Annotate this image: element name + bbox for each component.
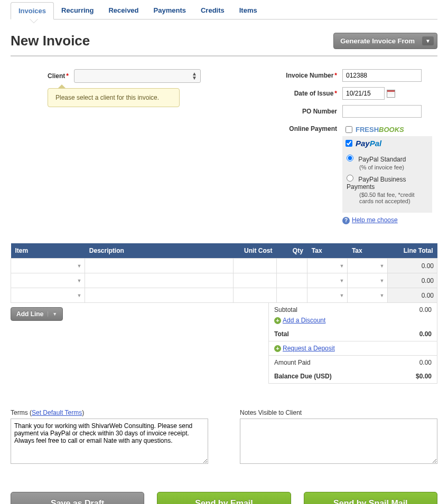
paypal-logo: PayPal <box>356 139 381 148</box>
chevron-down-icon: ▼ <box>379 293 384 298</box>
line-items-table: Item Description Unit Cost Qty Tax Tax L… <box>11 243 437 303</box>
invoice-number-input[interactable] <box>342 69 422 82</box>
chevron-down-icon: ▼ <box>77 293 81 298</box>
date-of-issue-label: Date of Issue* <box>279 90 342 97</box>
unit-cost-cell[interactable] <box>234 288 277 303</box>
line-total-cell: 0.00 <box>388 273 437 288</box>
send-by-snail-mail-button[interactable]: Send by Snail Mail <box>304 492 437 504</box>
tab-credits[interactable]: Credits <box>193 2 232 19</box>
calendar-icon[interactable] <box>387 90 395 98</box>
chevron-down-icon: ▼ <box>379 263 384 269</box>
col-tax2: Tax <box>348 243 388 259</box>
po-number-label: PO Number <box>279 108 342 115</box>
col-description: Description <box>85 243 234 259</box>
paypal-standard-radio[interactable] <box>347 155 353 161</box>
qty-cell[interactable] <box>276 273 307 288</box>
table-row: ▼ ▼ ▼ 0.00 <box>11 273 437 288</box>
tax1-cell[interactable]: ▼ <box>307 259 348 273</box>
freshbooks-checkbox[interactable] <box>346 126 352 133</box>
client-tooltip: Please select a client for this invoice. <box>48 88 180 107</box>
subtotal-label: Subtotal <box>274 306 297 313</box>
tab-received[interactable]: Received <box>101 2 146 19</box>
amount-paid-label: Amount Paid <box>274 359 311 366</box>
chevron-down-icon: ▼ <box>77 263 81 269</box>
tax1-cell[interactable]: ▼ <box>307 273 348 288</box>
paypal-standard-sub: (% of invoice fee) <box>359 164 428 170</box>
tab-items[interactable]: Items <box>232 2 265 19</box>
total-value: 0.00 <box>419 330 432 338</box>
select-arrows-icon: ▲▼ <box>192 72 197 80</box>
client-label: Client* <box>11 72 74 80</box>
chevron-down-icon: ▼ <box>379 278 384 283</box>
tab-recurring[interactable]: Recurring <box>54 2 101 19</box>
save-as-draft-button[interactable]: Save as Draft <box>11 492 144 504</box>
line-total-cell: 0.00 <box>388 288 437 303</box>
desc-cell[interactable] <box>85 288 234 303</box>
totals-box: Subtotal +Add a Discount 0.00 Total 0.00… <box>268 303 437 384</box>
total-label: Total <box>274 330 289 338</box>
terms-label: Terms (Set Default Terms) <box>11 409 208 416</box>
item-cell[interactable]: ▼ <box>11 288 85 303</box>
unit-cost-cell[interactable] <box>234 259 277 273</box>
client-select[interactable]: ▲▼ <box>74 69 201 83</box>
tab-payments[interactable]: Payments <box>146 2 193 19</box>
add-line-label: Add Line <box>16 310 43 318</box>
invoice-number-label: Invoice Number* <box>279 72 342 79</box>
plus-icon: + <box>274 317 281 324</box>
qty-cell[interactable] <box>276 259 307 273</box>
paypal-business-label: PayPal Business Payments <box>347 176 406 191</box>
page-title: New Invoice <box>11 33 90 49</box>
notes-textarea[interactable] <box>240 419 437 464</box>
paypal-business-radio[interactable] <box>347 175 353 182</box>
chevron-down-icon: ▼ <box>339 263 344 269</box>
tab-invoices[interactable]: Invoices <box>11 2 54 20</box>
col-item: Item <box>11 243 85 259</box>
col-tax1: Tax <box>307 243 348 259</box>
plus-icon: + <box>274 345 281 352</box>
table-row: ▼ ▼ ▼ 0.00 <box>11 288 437 303</box>
notes-label: Notes Visible to Client <box>240 409 437 416</box>
balance-due-value: $0.00 <box>416 373 432 380</box>
terms-textarea[interactable] <box>11 419 208 464</box>
generate-invoice-from-label: Generate Invoice From <box>340 37 415 45</box>
amount-paid-value: 0.00 <box>419 359 432 366</box>
date-of-issue-input[interactable] <box>342 87 385 100</box>
tax1-cell[interactable]: ▼ <box>307 288 348 303</box>
col-line-total: Line Total <box>388 243 437 259</box>
paypal-standard-label: PayPal Standard <box>358 156 406 163</box>
add-line-button[interactable]: Add Line ▼ <box>11 307 63 321</box>
add-discount-link[interactable]: Add a Discount <box>283 317 325 324</box>
chevron-down-icon: ▼ <box>339 278 344 283</box>
qty-cell[interactable] <box>276 288 307 303</box>
send-by-email-button[interactable]: Send by Email <box>157 492 291 504</box>
set-default-terms-link[interactable]: Set Default Terms <box>32 409 82 416</box>
item-cell[interactable]: ▼ <box>11 273 85 288</box>
po-number-input[interactable] <box>342 105 422 118</box>
tax2-cell[interactable]: ▼ <box>348 273 388 288</box>
col-qty: Qty <box>276 243 307 259</box>
payment-paypal-row[interactable]: PayPal <box>342 136 432 150</box>
freshbooks-logo: FRESHBOOKS <box>356 126 404 134</box>
desc-cell[interactable] <box>85 273 234 288</box>
tabs-bar: Invoices Recurring Received Payments Cre… <box>11 0 437 20</box>
paypal-checkbox[interactable] <box>346 140 352 147</box>
chevron-down-icon: ▼ <box>77 278 81 283</box>
tab-pointer-icon <box>30 19 38 23</box>
help-icon: ? <box>342 217 350 224</box>
generate-invoice-from-button[interactable]: Generate Invoice From ▼ <box>333 33 437 49</box>
payment-freshbooks-row[interactable]: FRESHBOOKS <box>342 123 432 136</box>
line-total-cell: 0.00 <box>388 259 437 273</box>
balance-due-label: Balance Due (USD) <box>274 373 332 380</box>
help-me-choose-link[interactable]: Help me choose <box>352 216 398 224</box>
chevron-down-icon: ▼ <box>48 311 57 317</box>
tax2-cell[interactable]: ▼ <box>348 288 388 303</box>
col-unit-cost: Unit Cost <box>234 243 277 259</box>
unit-cost-cell[interactable] <box>234 273 277 288</box>
chevron-down-icon: ▼ <box>422 36 434 45</box>
chevron-down-icon: ▼ <box>339 293 344 298</box>
tax2-cell[interactable]: ▼ <box>348 259 388 273</box>
request-deposit-link[interactable]: Request a Deposit <box>283 345 335 352</box>
desc-cell[interactable] <box>85 259 234 273</box>
online-payment-label: Online Payment <box>279 123 342 132</box>
item-cell[interactable]: ▼ <box>11 259 85 273</box>
